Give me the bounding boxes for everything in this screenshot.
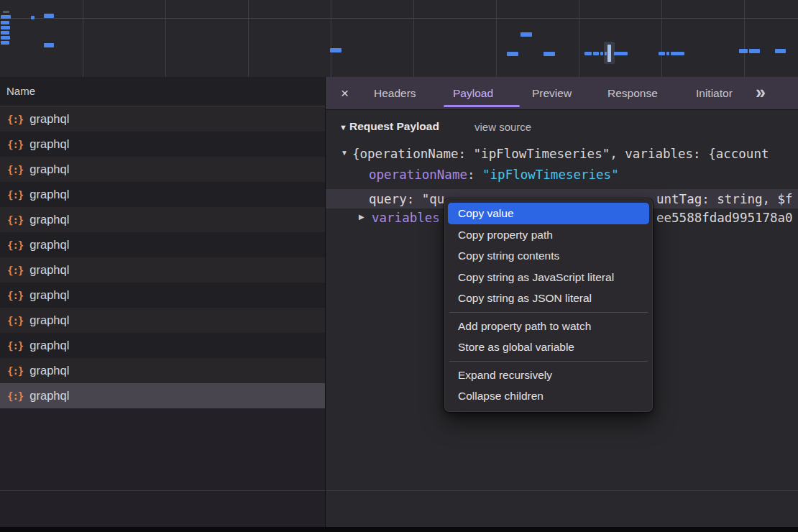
json-braces-icon: {:} <box>7 214 23 226</box>
menu-item-collapse-children[interactable]: Collapse children <box>448 385 649 407</box>
request-timing-bar <box>614 52 628 55</box>
tab-preview[interactable]: Preview <box>532 77 572 110</box>
property-value: "ipFlowTimeseries" <box>482 168 619 182</box>
request-timing-bar <box>659 52 665 55</box>
network-overview-timeline[interactable] <box>0 0 798 77</box>
json-braces-icon: {:} <box>7 290 23 301</box>
request-timing-bar <box>507 52 518 56</box>
request-name: graphql <box>29 137 69 151</box>
request-row[interactable]: {:}graphql <box>0 106 325 132</box>
summary-separator <box>0 490 798 491</box>
query-text-left: query: "qu <box>369 191 444 207</box>
more-tabs-icon[interactable]: » <box>756 77 764 109</box>
request-payload-section-header: ▼ Request Payload view source <box>326 119 798 137</box>
request-row[interactable]: {:}graphql <box>0 308 325 333</box>
request-timing-bar <box>544 52 555 56</box>
menu-separator <box>449 361 648 362</box>
request-row[interactable]: {:}graphql <box>0 257 325 283</box>
request-timing-bar <box>584 52 592 55</box>
json-braces-icon: {:} <box>7 239 23 251</box>
key-separator: : <box>467 168 482 182</box>
json-braces-icon: {:} <box>7 365 23 377</box>
overview-vertical-gridline <box>413 0 414 77</box>
json-braces-icon: {:} <box>7 390 23 402</box>
expand-triangle-icon[interactable]: ▶ <box>359 213 364 221</box>
menu-item-store-as-global-variable[interactable]: Store as global variable <box>448 336 649 358</box>
overview-vertical-gridline <box>579 0 579 77</box>
request-name: graphql <box>29 162 69 176</box>
overview-position-marker <box>607 45 611 62</box>
menu-item-copy-string-as-json-literal[interactable]: Copy string as JSON literal <box>448 288 649 309</box>
request-timing-bar <box>1 26 10 29</box>
menu-item-expand-recursively[interactable]: Expand recursively <box>448 364 649 386</box>
request-timing-bar <box>330 48 341 52</box>
overview-vertical-gridline <box>331 0 331 77</box>
request-row[interactable]: {:}graphql <box>0 333 325 358</box>
variables-key: variables <box>372 210 440 226</box>
request-timing-bar <box>44 43 54 47</box>
menu-item-copy-value[interactable]: Copy value <box>448 203 649 224</box>
view-source-link[interactable]: view source <box>474 121 531 133</box>
property-key: operationName <box>369 168 467 182</box>
tab-response[interactable]: Response <box>607 77 658 110</box>
operation-name-line[interactable]: operationName: "ipFlowTimeseries" <box>326 167 798 183</box>
json-braces-icon: {:} <box>7 139 23 150</box>
request-timing-bar <box>671 52 684 55</box>
request-row[interactable]: {:}graphql <box>0 383 325 408</box>
request-name: graphql <box>29 238 69 252</box>
collapse-triangle-icon[interactable]: ▼ <box>341 149 348 157</box>
menu-item-copy-string-as-javascript-literal[interactable]: Copy string as JavaScript literal <box>448 267 649 288</box>
request-row[interactable]: {:}graphql <box>0 358 325 383</box>
payload-preview-text: {operationName: "ipFlowTimeseries", vari… <box>352 146 798 162</box>
name-column-header[interactable]: Name <box>0 77 325 106</box>
request-row[interactable]: {:}graphql <box>0 207 325 232</box>
request-row[interactable]: {:}graphql <box>0 283 325 308</box>
request-list-panel: Name {:}graphql{:}graphql{:}graphql{:}gr… <box>0 77 325 527</box>
collapse-triangle-icon[interactable]: ▼ <box>339 123 347 132</box>
request-timing-bar <box>1 21 9 24</box>
overview-vertical-gridline <box>83 0 83 77</box>
variables-right-fragment: ee5588fdad995178a0 <box>653 210 793 226</box>
request-row[interactable]: {:}graphql <box>0 182 325 207</box>
overview-horizontal-gridline <box>0 18 798 19</box>
request-timing-bar <box>1 41 9 45</box>
request-timing-bar <box>1 36 10 40</box>
overview-vertical-gridline <box>165 0 166 77</box>
request-row[interactable]: {:}graphql <box>0 232 325 257</box>
overview-vertical-gridline <box>661 0 662 77</box>
request-name: graphql <box>29 263 69 277</box>
operation-name-text: operationName: "ipFlowTimeseries" <box>369 167 619 183</box>
request-timing-bar <box>44 14 54 18</box>
request-row[interactable]: {:}graphql <box>0 132 325 157</box>
overview-gray-tick <box>3 11 9 13</box>
section-title: Request Payload <box>349 120 439 133</box>
payload-root-line[interactable]: ▼ {operationName: "ipFlowTimeseries", va… <box>326 146 798 162</box>
menu-item-copy-property-path[interactable]: Copy property path <box>448 224 649 246</box>
detail-tabs-bar: × HeadersPayloadPreviewResponseInitiator… <box>326 77 798 110</box>
query-text-right-fragment: untTag: string, $f <box>653 191 793 207</box>
panel-divider[interactable] <box>325 77 326 527</box>
request-row[interactable]: {:}graphql <box>0 157 325 182</box>
tab-initiator[interactable]: Initiator <box>696 77 733 110</box>
close-icon[interactable]: × <box>341 77 349 110</box>
request-name: graphql <box>29 112 69 126</box>
request-timing-bar <box>749 49 760 53</box>
request-name: graphql <box>29 213 69 226</box>
request-timing-bar <box>31 16 35 19</box>
request-timing-bar <box>1 15 11 19</box>
json-braces-icon: {:} <box>7 189 23 201</box>
menu-item-add-property-path-to-watch[interactable]: Add property path to watch <box>448 316 649 337</box>
overview-vertical-gridline <box>744 0 745 77</box>
json-braces-icon: {:} <box>7 340 23 352</box>
request-rows-container: {:}graphql{:}graphql{:}graphql{:}graphql… <box>0 106 325 408</box>
request-name: graphql <box>29 389 69 403</box>
devtools-network-panel: Name {:}graphql{:}graphql{:}graphql{:}gr… <box>0 0 798 532</box>
request-name: graphql <box>29 188 69 201</box>
json-braces-icon: {:} <box>7 114 23 125</box>
menu-separator <box>449 312 648 313</box>
menu-item-copy-string-contents[interactable]: Copy string contents <box>448 245 649 267</box>
json-braces-icon: {:} <box>7 164 23 175</box>
bottom-black-bar <box>0 527 798 532</box>
request-timing-bar <box>520 32 532 37</box>
tab-headers[interactable]: Headers <box>374 77 416 110</box>
